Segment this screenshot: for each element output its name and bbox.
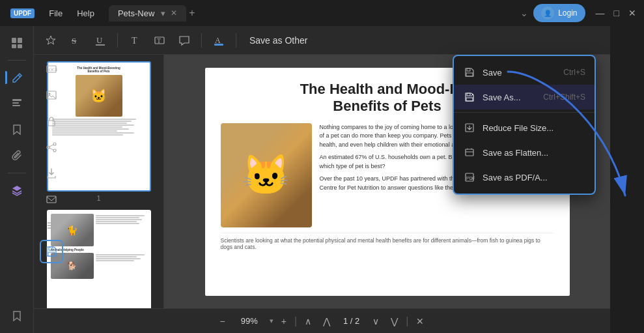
title-bar: UPDF File Help Pets-New ▾ ✕ + ⌄ 👤 Login … (0, 0, 644, 26)
window-controls: — □ ✕ (593, 8, 639, 18)
svg-rect-6 (12, 105, 20, 106)
toolbar-icon-text[interactable]: T (124, 30, 145, 51)
svg-rect-21 (48, 121, 55, 126)
pdfa-label: Save as PDF/A... (483, 173, 548, 182)
flatten-icon (463, 146, 476, 159)
svg-rect-35 (467, 93, 470, 96)
svg-rect-36 (466, 98, 473, 101)
svg-text:/A: /A (471, 177, 474, 181)
tab-dropdown-icon[interactable]: ▾ (161, 8, 165, 18)
menu-file[interactable]: File (42, 6, 69, 21)
toolbar-divider-2 (201, 33, 202, 48)
save-icon (463, 66, 476, 79)
svg-point-20 (48, 93, 50, 95)
right-sidebar-export[interactable] (40, 162, 63, 185)
minimize-button[interactable]: — (593, 8, 608, 18)
toolbar-icon-textbox[interactable]: T (149, 30, 170, 51)
thumb-content-1: The Health and Mood-BoostingBenefits of … (48, 63, 150, 190)
dropdown-item-save[interactable]: Save Ctrl+S (454, 60, 595, 85)
dropdown-menu: Save Ctrl+S Save As... Ctrl+Shift+S (453, 55, 596, 195)
page-display: 1 / 2 (343, 316, 359, 326)
sidebar-icon-bookmark[interactable] (5, 118, 29, 141)
dropdown-item-pdfa[interactable]: PDF /A Save as PDF/A... (454, 165, 595, 190)
dropdown-divider (454, 112, 595, 113)
right-sidebar-menu[interactable] (40, 214, 63, 237)
tab-pets-new[interactable]: Pets-New ▾ ✕ (109, 5, 186, 22)
sidebar-icon-bookmark2[interactable] (5, 304, 29, 328)
svg-text:U: U (96, 35, 103, 45)
zoom-in-button[interactable]: + (277, 313, 290, 329)
svg-point-24 (53, 149, 56, 152)
login-button[interactable]: 👤 Login (533, 4, 585, 22)
zoom-out-button[interactable]: − (216, 313, 229, 329)
nav-page-down-button[interactable]: ∨ (369, 313, 383, 329)
sidebar-icon-attachment[interactable] (5, 144, 29, 167)
save-as-icon (463, 91, 476, 104)
toolbar-icon-font-color[interactable]: A (208, 30, 229, 51)
app-logo: UPDF (5, 6, 40, 21)
reduce-file-icon (463, 121, 476, 134)
flatten-label: Save as Flatten... (483, 148, 548, 158)
svg-rect-14 (214, 44, 223, 46)
toolbar-icon-comment[interactable] (174, 30, 195, 51)
svg-text:T: T (132, 36, 137, 46)
svg-rect-39 (466, 149, 473, 156)
toolbar-separator: | (294, 315, 297, 327)
close-page-button[interactable]: ✕ (412, 313, 428, 329)
login-label: Login (558, 8, 577, 18)
svg-point-22 (53, 143, 56, 145)
nav-last-page-button[interactable]: ⋁ (387, 313, 402, 329)
svg-line-26 (49, 148, 53, 150)
right-sidebar-save[interactable] (40, 240, 63, 263)
toolbar-separator-2: | (406, 315, 408, 327)
zoom-dropdown-button[interactable]: ▾ (270, 317, 273, 325)
toolbar-icon-shape[interactable] (40, 30, 61, 51)
svg-text:A: A (215, 36, 221, 45)
sidebar-icon-comment[interactable] (5, 92, 29, 115)
svg-rect-34 (466, 73, 473, 76)
right-sidebar-share[interactable] (40, 136, 63, 159)
svg-text:OCR: OCR (49, 67, 57, 72)
svg-point-23 (47, 146, 49, 149)
pdf-cat-image: 🐱 (221, 123, 312, 227)
menu-help[interactable]: Help (70, 6, 101, 21)
close-button[interactable]: ✕ (626, 8, 639, 18)
tab-add-button[interactable]: + (189, 7, 195, 19)
maximize-button[interactable]: □ (611, 8, 622, 18)
svg-rect-4 (12, 99, 21, 101)
sidebar-icon-thumbnail[interactable] (5, 31, 29, 55)
zoom-value-display: 99% (233, 316, 266, 326)
pdf-footer-text: Scientists are looking at what the poten… (221, 233, 554, 250)
sidebar-divider-2 (8, 173, 26, 173)
right-sidebar-ocr[interactable]: OCR (40, 57, 63, 81)
dropdown-item-reduce[interactable]: Reduce File Size... (454, 115, 595, 140)
tab-close-icon[interactable]: ✕ (171, 8, 177, 18)
thumbnail-page-num-1: 1 (96, 194, 100, 202)
save-as-other-label[interactable]: Save as Other (243, 33, 315, 48)
dropdown-item-flatten[interactable]: Save as Flatten... (454, 140, 595, 165)
dropdown-item-save-as[interactable]: Save As... Ctrl+Shift+S (454, 85, 595, 109)
sidebar-icon-layers[interactable] (5, 179, 29, 202)
toolbar-icon-strikethrough[interactable]: S (65, 30, 86, 51)
toolbar-divider-1 (117, 33, 118, 48)
pdfa-icon: PDF /A (463, 171, 476, 184)
thumb-cat-image: 🐱 (76, 75, 122, 117)
toolbar-divider-3 (236, 33, 236, 48)
toolbar-icon-underline[interactable]: U (90, 30, 111, 51)
dropdown-overlay: Save Ctrl+S Save As... Ctrl+Shift+S (453, 55, 596, 195)
svg-rect-2 (12, 44, 16, 48)
nav-first-page-button[interactable]: ⋀ (319, 313, 334, 329)
svg-rect-3 (18, 44, 22, 48)
updf-logo-text: UPDF (10, 8, 35, 18)
avatar: 👤 (541, 7, 554, 20)
nav-page-up-button[interactable]: ∧ (301, 313, 315, 329)
right-sidebar-mail[interactable] (40, 188, 63, 211)
svg-text:S: S (72, 36, 76, 46)
title-chevron-icon[interactable]: ⌄ (520, 8, 528, 18)
tab-label: Pets-New (118, 8, 154, 18)
right-sidebar-lock[interactable] (40, 109, 63, 133)
svg-rect-1 (18, 38, 22, 43)
right-sidebar-image[interactable] (40, 83, 63, 107)
left-sidebar (0, 26, 34, 333)
sidebar-icon-edit[interactable] (5, 66, 29, 89)
